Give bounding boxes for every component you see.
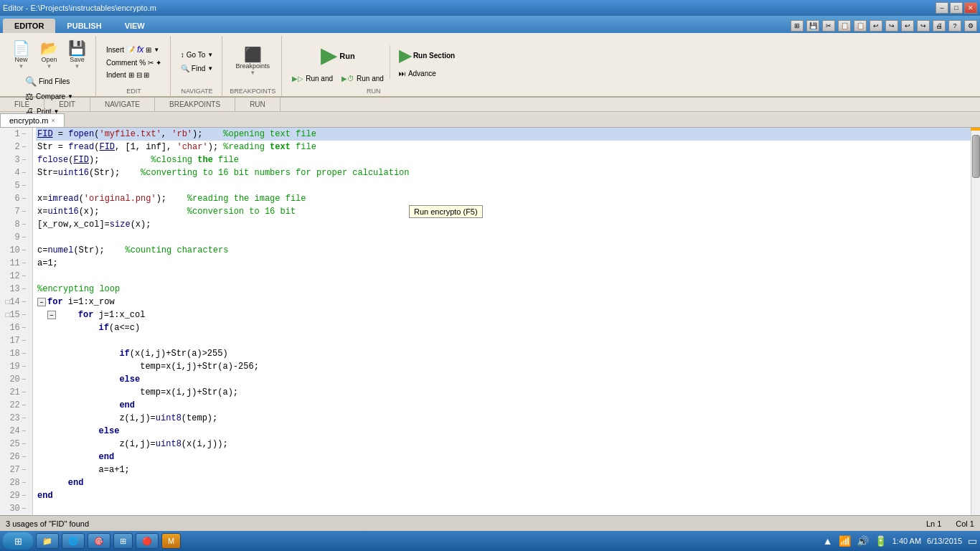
line-27-num: 27–	[3, 463, 29, 476]
toolbar-icon-5[interactable]: 📋	[854, 20, 867, 32]
tray-show-desktop[interactable]: ▭	[968, 535, 977, 547]
taskbar-explorer[interactable]: 📁	[36, 533, 59, 549]
breakpoints-button[interactable]: ⬛ Breakpoints ▼	[232, 45, 273, 78]
line-9-num: 9–	[3, 231, 29, 244]
line-3-num: 3–	[3, 154, 29, 166]
taskbar-app2[interactable]: ⊞	[113, 533, 133, 549]
goto-button[interactable]: ↕ Go To ▼	[178, 50, 216, 60]
code-line-28[interactable]: end	[36, 476, 971, 489]
toolbar-icon-6[interactable]: ↩	[870, 20, 882, 32]
toolbar-icon-redo2[interactable]: ↪	[917, 20, 930, 32]
toolbar-icon-7[interactable]: ↪	[885, 20, 898, 32]
code-line-15[interactable]: – for j=1:x_col	[36, 309, 971, 321]
breakpoints-section-label: BREAKPOINTS	[155, 98, 235, 111]
toolbar-icon-help[interactable]: ?	[948, 20, 961, 32]
status-col: Col 1	[956, 519, 974, 528]
taskbar-app1[interactable]: 🎯	[88, 533, 110, 549]
code-line-9[interactable]	[36, 231, 971, 244]
taskbar-matlab[interactable]: M	[161, 533, 181, 549]
line-4-num: 4–	[3, 166, 29, 179]
code-line-24[interactable]: else	[36, 425, 971, 438]
status-right: Ln 1 Col 1	[926, 519, 974, 528]
file-tab-encrypto[interactable]: encrypto.m ×	[0, 113, 65, 127]
scrollbar-thumb[interactable]	[972, 135, 980, 178]
code-line-5[interactable]	[36, 179, 971, 192]
line-7-num: 7–	[3, 205, 29, 218]
run-section-label: RUN	[235, 98, 281, 111]
code-line-14[interactable]: –for i=1:x_row	[36, 296, 971, 309]
close-button[interactable]: ✕	[964, 2, 977, 14]
comment-button[interactable]: Comment % ✂ ✦	[103, 57, 164, 68]
insert-button[interactable]: Insert 📝 fx ⊞ ▼	[103, 43, 164, 56]
indent-button[interactable]: Indent ⊞ ⊟ ⊞	[103, 70, 164, 80]
fold-14[interactable]: –	[37, 298, 46, 306]
code-area[interactable]: FID = fopen('myfile.txt', 'rb'); %openin…	[33, 128, 971, 515]
code-line-11[interactable]: a=1;	[36, 257, 971, 270]
start-button[interactable]: ⊞	[3, 532, 33, 550]
toolbar-icon-2[interactable]: 💾	[806, 20, 819, 32]
code-line-10[interactable]: c=numel(Str); %counting characters	[36, 244, 971, 257]
minimize-button[interactable]: –	[936, 2, 948, 14]
toolbar-icon-settings[interactable]: ⚙	[964, 20, 977, 32]
vertical-scrollbar[interactable]	[971, 128, 980, 515]
tab-editor[interactable]: EDITOR	[3, 19, 55, 33]
tray-chevron[interactable]: ▲	[823, 535, 833, 547]
code-line-26[interactable]: end	[36, 451, 971, 463]
open-button[interactable]: 📂 Open ▼	[37, 39, 62, 72]
run-section-button[interactable]: ▶ Run Section	[396, 45, 458, 67]
code-line-13[interactable]: %encrypting loop	[36, 283, 971, 296]
run-button[interactable]: ▶ Run	[314, 39, 362, 72]
maximize-button[interactable]: □	[950, 2, 963, 14]
taskbar-chrome[interactable]: 🌐	[62, 533, 85, 549]
find-files-button[interactable]: 🔍 Find Files	[22, 75, 76, 88]
toolbar-breakpoints-section: ⬛ Breakpoints ▼ BREAKPOINTS	[224, 36, 282, 96]
code-line-2[interactable]: Str = fread(FID, [1, inf], 'char'); %rea…	[36, 141, 971, 154]
code-line-23[interactable]: z(i,j)=uint8(temp);	[36, 412, 971, 425]
toolbar-icon-3[interactable]: ✂	[822, 20, 835, 32]
code-line-25[interactable]: z(i,j)=uint8(x(i,j));	[36, 438, 971, 451]
code-line-1[interactable]: FID = fopen('myfile.txt', 'rb'); %openin…	[36, 128, 971, 141]
advance-icon: ⏭	[399, 70, 406, 77]
fold-15[interactable]: –	[47, 311, 56, 319]
tab-publish[interactable]: PUBLISH	[55, 19, 113, 33]
code-line-21[interactable]: temp=x(i,j)+Str(a);	[36, 386, 971, 399]
toolbar-icon-1[interactable]: ⊞	[791, 20, 804, 32]
advance-button[interactable]: ⏭ Advance	[396, 68, 458, 79]
tray-battery[interactable]: 🔋	[875, 535, 887, 547]
run-and-time-button[interactable]: ▶⏱ Run and	[339, 73, 387, 84]
code-line-16[interactable]: if(a<=c)	[36, 321, 971, 334]
line-8-num: 8–	[3, 218, 29, 231]
toolbar-run-section: ▶ Run ▶▷ Run and ▶⏱ Run and ▶	[283, 36, 463, 96]
tray-volume[interactable]: 🔊	[857, 535, 869, 547]
code-line-4[interactable]: Str=uint16(Str); %converting to 16 bit n…	[36, 166, 971, 179]
toolbar-icon-undo2[interactable]: ↩	[901, 20, 914, 32]
toolbar-file-section: 📄 New ▼ 📂 Open ▼ 💾 Save ▼ 🔍 Find Files ⚖	[3, 36, 96, 96]
code-line-20[interactable]: else	[36, 373, 971, 386]
tray-network[interactable]: 📶	[839, 535, 851, 547]
breakpoints-buttons: ⬛ Breakpoints ▼	[232, 36, 273, 88]
code-line-12[interactable]	[36, 270, 971, 283]
title-bar: Editor - E:\Projects\instructables\encry…	[0, 0, 980, 16]
code-line-8[interactable]: [x_row,x_col]=size(x);	[36, 218, 971, 231]
find-button[interactable]: 🔍 Find ▼	[178, 63, 216, 74]
code-line-7[interactable]: x=uint16(x); %conversion to 16 bit	[36, 205, 971, 218]
code-line-19[interactable]: temp=x(i,j)+Str(a)-256;	[36, 360, 971, 373]
taskbar-app3[interactable]: 🔴	[136, 533, 159, 549]
code-line-30[interactable]	[36, 502, 971, 515]
comment-icons: % ✂ ✦	[139, 59, 161, 67]
code-line-29[interactable]: end	[36, 489, 971, 502]
code-line-18[interactable]: if(x(i,j)+Str(a)>255)	[36, 347, 971, 360]
code-line-27[interactable]: a=a+1;	[36, 463, 971, 476]
line-23-num: 23–	[3, 412, 29, 425]
save-button[interactable]: 💾 Save ▼	[65, 39, 90, 72]
new-button[interactable]: 📄 New ▼	[9, 39, 34, 72]
code-line-22[interactable]: end	[36, 399, 971, 412]
code-line-17[interactable]	[36, 334, 971, 347]
code-line-6[interactable]: x=imread('original.png'); %reading the i…	[36, 192, 971, 205]
toolbar-icon-4[interactable]: 📋	[838, 20, 851, 32]
run-and-advance-button[interactable]: ▶▷ Run and	[289, 73, 336, 84]
file-tab-close[interactable]: ×	[51, 117, 55, 124]
code-line-3[interactable]: fclose(FID); %closing the file	[36, 154, 971, 166]
toolbar-icon-print[interactable]: 🖨	[933, 20, 946, 32]
tab-view[interactable]: VIEW	[113, 19, 156, 33]
